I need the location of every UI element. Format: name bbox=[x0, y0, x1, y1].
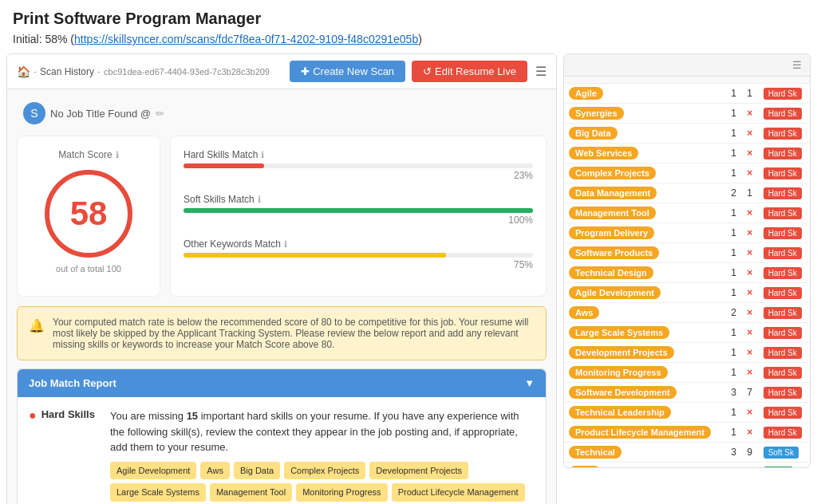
match-score-label: Match Score bbox=[58, 149, 112, 160]
breadcrumb-sep1: - bbox=[34, 66, 37, 77]
skill-count2: × bbox=[742, 144, 758, 163]
skill-count2: 7 bbox=[742, 383, 758, 403]
match-score-info-icon[interactable]: ℹ bbox=[116, 150, 119, 160]
other-keywords-label-row: Other Keywords Match ℹ bbox=[184, 238, 533, 250]
report-collapse-icon[interactable]: ▼ bbox=[524, 377, 535, 389]
topbar-menu-icon[interactable]: ☰ bbox=[535, 64, 547, 79]
table-row: Technical Leadership 1 × Hard Sk bbox=[564, 403, 810, 423]
hard-skills-section-label: Hard Skills bbox=[41, 408, 95, 420]
scan-id: cbc91dea-ed67-4404-93ed-7c3b28c3b209 bbox=[104, 67, 270, 77]
other-keywords-info-icon[interactable]: ℹ bbox=[284, 239, 287, 250]
skill-count2: 1 bbox=[742, 183, 758, 203]
skill-count1: 2 bbox=[726, 183, 742, 203]
alert-box: 🔔 Your computed match rate is below the … bbox=[17, 306, 547, 360]
skill-count2: × bbox=[742, 343, 758, 363]
right-panel-menu-icon[interactable]: ☰ bbox=[792, 59, 802, 71]
table-row: Data Management 2 1 Hard Sk bbox=[564, 183, 810, 203]
scores-row: Match Score ℹ 58 out of a total 100 Hard… bbox=[17, 136, 547, 297]
table-row: Monitoring Progress 1 × Hard Sk bbox=[564, 363, 810, 383]
table-row: Large Scale Systems 1 × Hard Sk bbox=[564, 323, 810, 343]
col-count2 bbox=[742, 77, 758, 84]
skill-badge: Hard Sk bbox=[764, 167, 802, 179]
table-row: Product Lifecycle Management 1 × Hard Sk bbox=[564, 423, 810, 443]
skills-table: Agile 1 1 Hard Sk Synergies 1 × Hard Sk … bbox=[564, 77, 810, 468]
home-icon[interactable]: 🏠 bbox=[17, 65, 30, 78]
hard-skills-pct: 23% bbox=[184, 170, 533, 181]
skill-chip: Web Services bbox=[569, 147, 638, 159]
job-icon: S bbox=[23, 102, 45, 124]
skill-badge: Hard Sk bbox=[764, 128, 802, 140]
scan-history-link[interactable]: Scan History bbox=[40, 66, 94, 77]
skill-badge: Hard Sk bbox=[764, 307, 802, 319]
table-row: Program Delivery 1 × Hard Sk bbox=[564, 223, 810, 243]
skill-chip: Management Tool bbox=[569, 207, 656, 219]
panel-topbar: 🏠 - Scan History - cbc91dea-ed67-4404-93… bbox=[7, 54, 556, 89]
page-title: Print Software Program Manager bbox=[13, 10, 804, 28]
score-total: out of a total 100 bbox=[30, 264, 147, 274]
other-keywords-pct: 75% bbox=[184, 259, 533, 270]
skill-count1: 1 bbox=[726, 203, 742, 223]
hard-skills-dot: ● bbox=[29, 408, 37, 423]
skills-card: Hard Skills Match ℹ 23% So bbox=[170, 136, 547, 297]
skill-chip: Aws bbox=[569, 306, 599, 319]
skill-chip: Technical Leadership bbox=[569, 406, 671, 419]
skill-count2: × bbox=[742, 124, 758, 144]
skill-count2: × bbox=[742, 104, 758, 124]
desc-prefix: You are missing bbox=[110, 410, 187, 422]
skill-tag: Complex Projects bbox=[284, 462, 365, 480]
right-panel-header: ☰ bbox=[564, 54, 810, 77]
scan-link[interactable]: https://skillsyncer.com/scans/fdc7f8ea-0… bbox=[74, 33, 418, 45]
table-row: Agile 1 1 Hard Sk bbox=[564, 84, 810, 104]
skill-badge: Other bbox=[764, 467, 793, 468]
soft-skills-bar-fill bbox=[184, 208, 533, 213]
skill-chip: Data bbox=[569, 466, 601, 468]
breadcrumb: 🏠 - Scan History - cbc91dea-ed67-4404-93… bbox=[17, 65, 270, 78]
skill-count1: 1 bbox=[726, 144, 742, 163]
skill-tag: Aws bbox=[200, 462, 230, 480]
skill-chip: Product Lifecycle Management bbox=[569, 426, 711, 439]
skill-badge: Hard Sk bbox=[764, 327, 802, 339]
other-keywords-bar-bg bbox=[184, 253, 533, 258]
skill-count2: × bbox=[742, 163, 758, 183]
skill-badge: Hard Sk bbox=[764, 247, 802, 259]
soft-skills-info-icon[interactable]: ℹ bbox=[258, 195, 261, 205]
hard-skills-description: You are missing 15 important hard skills… bbox=[110, 408, 535, 504]
report-header[interactable]: Job Match Report ▼ bbox=[18, 369, 546, 397]
panel-content: S No Job Title Found @ ✏ Match Score ℹ 5… bbox=[7, 89, 556, 504]
skill-badge: Hard Sk bbox=[764, 108, 802, 120]
skill-badge: Hard Sk bbox=[764, 88, 802, 100]
skill-count1: 1 bbox=[726, 163, 742, 183]
skill-chip: Development Projects bbox=[569, 346, 674, 359]
skill-count2: 9 bbox=[742, 443, 758, 463]
skill-count1: 3 bbox=[726, 383, 742, 403]
match-score-title: Match Score ℹ bbox=[30, 149, 147, 160]
skill-count1: 3 bbox=[726, 463, 742, 469]
table-row: Agile Development 1 × Hard Sk bbox=[564, 283, 810, 303]
job-title-edit-icon[interactable]: ✏ bbox=[156, 108, 164, 120]
missing-count: 15 bbox=[187, 410, 198, 422]
left-panel: 🏠 - Scan History - cbc91dea-ed67-4404-93… bbox=[6, 53, 557, 504]
hard-skills-section: ● Hard Skills You are missing 15 importa… bbox=[29, 408, 535, 504]
skill-count1: 1 bbox=[726, 223, 742, 243]
skill-badge: Hard Sk bbox=[764, 287, 802, 299]
soft-skills-label-row: Soft Skills Match ℹ bbox=[184, 194, 533, 205]
skill-chip: Large Scale Systems bbox=[569, 326, 669, 339]
skill-count1: 2 bbox=[726, 303, 742, 323]
table-row: Data 3 3 Other bbox=[564, 463, 810, 469]
skill-chip: Synergies bbox=[569, 107, 624, 120]
match-score-card: Match Score ℹ 58 out of a total 100 bbox=[17, 136, 160, 297]
hard-skills-row: Hard Skills Match ℹ 23% bbox=[184, 149, 533, 181]
create-new-scan-button[interactable]: ✚ Create New Scan bbox=[290, 61, 405, 82]
skill-count2: × bbox=[742, 203, 758, 223]
edit-resume-button[interactable]: ↺ Edit Resume Live bbox=[412, 61, 527, 82]
col-count1 bbox=[726, 77, 742, 84]
hard-skills-info-icon[interactable]: ℹ bbox=[261, 150, 264, 160]
skill-count2: × bbox=[742, 243, 758, 263]
soft-skills-pct: 100% bbox=[184, 215, 533, 226]
skill-count2: × bbox=[742, 323, 758, 343]
soft-skills-bar-bg bbox=[184, 208, 533, 213]
skill-count1: 1 bbox=[726, 124, 742, 144]
skill-count2: × bbox=[742, 423, 758, 443]
table-row: Complex Projects 1 × Hard Sk bbox=[564, 163, 810, 183]
skill-chip: Agile bbox=[569, 87, 603, 100]
